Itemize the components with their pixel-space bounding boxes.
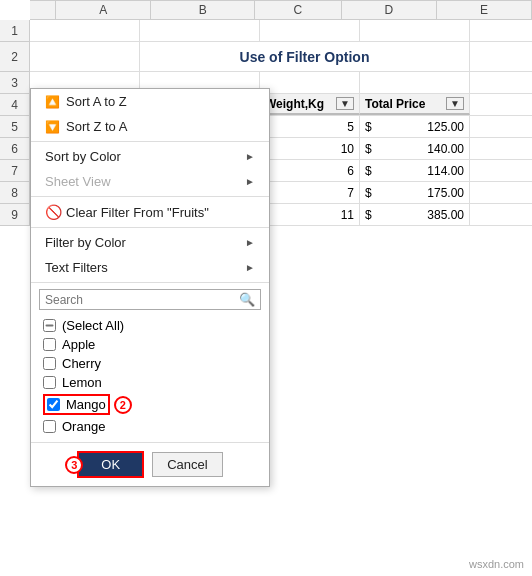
text-filters-chevron: ► [245,262,255,273]
checkbox-mango-input[interactable] [47,398,60,411]
weight-header: Weight,Kg ▼ [260,94,360,115]
filter-by-color-item[interactable]: Filter by Color ► [31,230,269,255]
cell-c1 [140,20,260,41]
cell-e8: $175.00 [360,182,470,203]
cell-b1 [30,20,140,41]
search-icon: 🔍 [239,292,255,307]
cell-d1 [260,20,360,41]
row-header-4: 4 [0,94,29,116]
sort-az-icon: 🔼 [45,95,60,109]
sheet-view-label: Sheet View [45,174,111,189]
spreadsheet-title: Use of Filter Option [140,42,470,72]
cell-e7: $114.00 [360,160,470,181]
cell-e3 [360,72,470,93]
total-price-header: Total Price ▼ [360,94,470,115]
checkbox-cherry[interactable]: Cherry [43,354,257,373]
checkbox-select-all-input[interactable] [43,319,56,332]
checkbox-lemon[interactable]: Lemon [43,373,257,392]
checkbox-list: (Select All) Apple Cherry Lemon Man [31,314,269,438]
sheet-view-item[interactable]: Sheet View ► [31,169,269,194]
text-filters-item[interactable]: Text Filters ► [31,255,269,280]
cell-d5: 5 [260,116,360,137]
checkbox-cherry-input[interactable] [43,357,56,370]
sort-by-color-chevron: ► [245,151,255,162]
cell-e6: $140.00 [360,138,470,159]
sort-z-to-a-item[interactable]: 🔽 Sort Z to A [31,114,269,139]
search-input[interactable] [45,293,239,307]
total-price-filter-button[interactable]: ▼ [446,97,464,110]
checkbox-select-all[interactable]: (Select All) [43,316,257,335]
checkbox-cherry-label: Cherry [62,356,101,371]
ok-button-wrapper: 3 OK [77,451,144,478]
mango-highlight-box: Mango [43,394,110,415]
cell-d6: 10 [260,138,360,159]
watermark: wsxdn.com [469,558,524,570]
sort-za-icon: 🔽 [45,120,60,134]
col-header-c: B [151,0,255,19]
clear-filter-label: Clear Filter From "Fruits" [66,205,209,220]
checkbox-mango-label: Mango [66,397,106,412]
row-header-2: 2 [0,42,29,72]
checkbox-orange-label: Orange [62,419,105,434]
clear-filter-item[interactable]: 🚫 Clear Filter From "Fruits" [31,199,269,225]
sort-a-to-z-label: Sort A to Z [66,94,127,109]
weight-filter-button[interactable]: ▼ [336,97,354,110]
col-header-b: A [56,0,151,19]
ok-button[interactable]: OK [77,451,144,478]
badge-3: 3 [65,456,83,474]
checkbox-apple-label: Apple [62,337,95,352]
sort-by-color-label: Sort by Color [45,149,121,164]
checkbox-select-all-label: (Select All) [62,318,124,333]
cancel-button[interactable]: Cancel [152,452,222,477]
text-filters-label: Text Filters [45,260,108,275]
cell-e5: $125.00 [360,116,470,137]
row-header-9: 9 [0,204,29,226]
sort-a-to-z-item[interactable]: 🔼 Sort A to Z [31,89,269,114]
row-header-7: 7 [0,160,29,182]
filter-dropdown: 🔼 Sort A to Z 🔽 Sort Z to A Sort by Colo… [30,88,270,487]
row-header-8: 8 [0,182,29,204]
checkbox-orange[interactable]: Orange [43,417,257,436]
row-headers: 1 2 3 4 5 6 7 8 9 [0,20,30,226]
col-header-d: C [255,0,342,19]
grid-row-2: Use of Filter Option [30,42,532,72]
cell-d8: 7 [260,182,360,203]
checkbox-apple[interactable]: Apple [43,335,257,354]
cell-d9: 11 [260,204,360,225]
checkbox-lemon-label: Lemon [62,375,102,390]
dialog-buttons: 3 OK Cancel [31,442,269,486]
grid-row-1 [30,20,532,42]
checkbox-apple-input[interactable] [43,338,56,351]
col-header-f: E [437,0,532,19]
row-header-5: 5 [0,116,29,138]
row-header-3: 3 [0,72,29,94]
search-box: 🔍 [39,289,261,310]
cell-e1 [360,20,470,41]
clear-filter-icon: 🚫 [45,204,62,220]
col-header-e: D [342,0,437,19]
col-header-a [30,0,56,19]
checkbox-orange-input[interactable] [43,420,56,433]
badge-2: 2 [114,396,132,414]
spreadsheet-container: A B C D E 1 2 3 4 5 6 7 8 9 [0,0,532,576]
checkbox-lemon-input[interactable] [43,376,56,389]
row-header-1: 1 [0,20,29,42]
cell-e9: $385.00 [360,204,470,225]
cell-b2 [30,42,140,72]
col-headers: A B C D E [30,0,532,20]
cell-d7: 6 [260,160,360,181]
sheet-view-chevron: ► [245,176,255,187]
sort-by-color-item[interactable]: Sort by Color ► [31,144,269,169]
cell-d3 [260,72,360,93]
row-header-6: 6 [0,138,29,160]
filter-by-color-label: Filter by Color [45,235,126,250]
sort-z-to-a-label: Sort Z to A [66,119,127,134]
filter-by-color-chevron: ► [245,237,255,248]
checkbox-mango[interactable]: Mango 2 [43,392,257,417]
